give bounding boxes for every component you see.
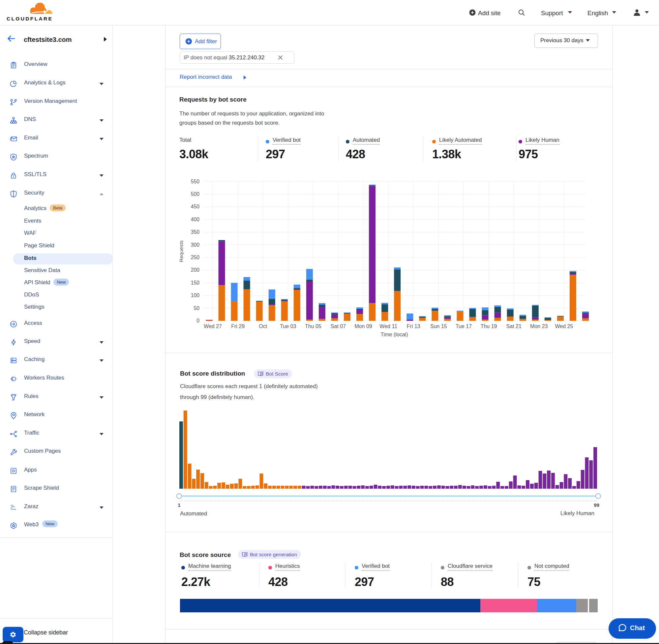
svg-text:200: 200 (191, 267, 200, 273)
svg-text:Sat 21: Sat 21 (507, 323, 521, 329)
svg-text:300: 300 (191, 242, 200, 248)
svg-text:350: 350 (191, 229, 200, 235)
svg-text:Oct: Oct (259, 323, 267, 329)
svg-text:Tue 03: Tue 03 (280, 323, 296, 329)
svg-text:550: 550 (191, 179, 200, 184)
svg-text:Wed 27: Wed 27 (204, 323, 222, 329)
svg-text:Thu 05: Thu 05 (305, 323, 322, 329)
svg-text:50: 50 (193, 305, 199, 311)
svg-text:500: 500 (191, 191, 200, 197)
svg-text:Wed 11: Wed 11 (379, 323, 397, 329)
svg-text:0: 0 (196, 318, 199, 323)
svg-text:Mon 09: Mon 09 (354, 323, 372, 329)
svg-text:450: 450 (191, 204, 200, 209)
svg-text:Fri 29: Fri 29 (231, 323, 244, 329)
svg-text:Thu 19: Thu 19 (481, 323, 497, 329)
svg-text:Mon 23: Mon 23 (530, 323, 547, 329)
svg-text:250: 250 (191, 255, 200, 260)
svg-text:Sat 07: Sat 07 (331, 323, 346, 329)
svg-text:Wed 25: Wed 25 (555, 323, 573, 329)
svg-text:Time (local): Time (local) (381, 332, 408, 337)
svg-text:100: 100 (191, 293, 200, 298)
svg-text:Tue 17: Tue 17 (455, 323, 472, 329)
svg-text:Requests: Requests (178, 240, 184, 262)
svg-text:Sun 15: Sun 15 (430, 323, 447, 329)
svg-text:400: 400 (191, 217, 200, 222)
svg-text:CLOUDFLARE: CLOUDFLARE (6, 16, 53, 21)
svg-text:Fri 13: Fri 13 (407, 323, 420, 329)
svg-text:150: 150 (191, 280, 200, 285)
